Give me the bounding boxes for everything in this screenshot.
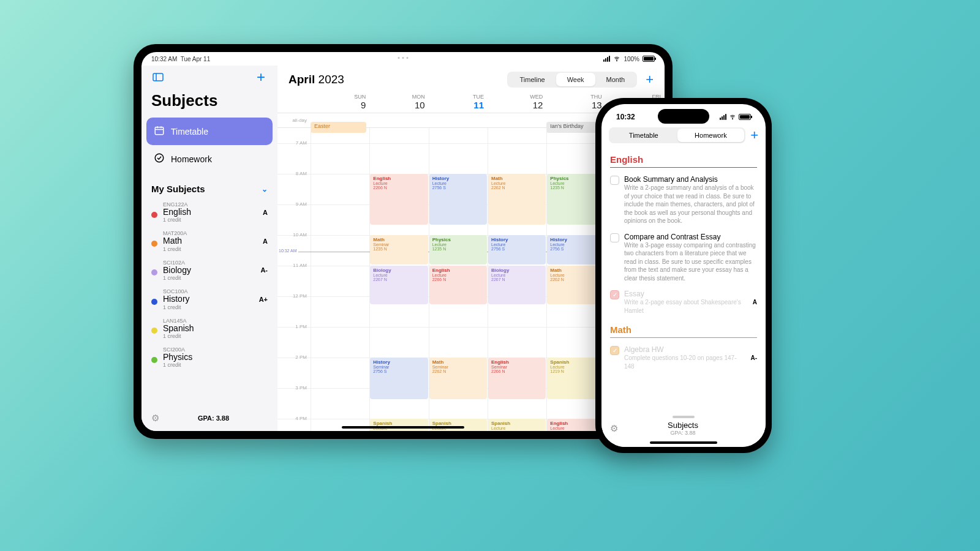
sidebar-toggle-button[interactable] xyxy=(151,70,165,84)
iphone-device: 10:32 TimetableHomework + EnglishBook Su… xyxy=(595,98,772,453)
section-title: English xyxy=(610,148,757,168)
calendar-event[interactable]: PhysicsLecture1235 N xyxy=(429,235,487,264)
calendar-event[interactable]: MathLecture2262 N xyxy=(488,174,546,225)
calendar-event[interactable]: EnglishLecture2266 N xyxy=(429,266,487,304)
gear-icon[interactable]: ⚙ xyxy=(151,413,159,424)
calendar-event[interactable]: MathSeminar1235 N xyxy=(370,235,428,264)
calendar-icon xyxy=(154,125,165,138)
view-segment[interactable]: TimetableHomework xyxy=(609,127,745,143)
subject-grade: A+ xyxy=(259,296,268,303)
calendar-event[interactable]: HistoryLecture2756 S xyxy=(488,235,546,264)
nav-timetable[interactable]: Timetable xyxy=(146,118,273,145)
hour-label: 10 AM xyxy=(277,232,311,238)
checkbox[interactable] xyxy=(610,176,619,185)
hour-label: 4 PM xyxy=(277,416,311,421)
svg-rect-1 xyxy=(153,73,163,81)
hour-label: 1 PM xyxy=(277,324,311,329)
add-event-button[interactable]: + xyxy=(646,72,654,88)
day-header[interactable]: SUN9 xyxy=(311,92,369,113)
ipad-status-bar: 10:32 AM Tue Apr 11 100% xyxy=(141,52,665,66)
subject-item[interactable]: SCI200APhysics1 credit xyxy=(146,343,273,372)
homework-item[interactable]: Algebra HWComplete questions 10-20 on pa… xyxy=(610,342,757,374)
footer-gpa: GPA: 3.88 xyxy=(618,430,748,436)
calendar-event[interactable]: HistoryLecture2756 S xyxy=(429,174,487,225)
segment-week[interactable]: Week xyxy=(556,73,595,86)
now-label: 10:32 AM xyxy=(277,249,298,253)
calendar-event[interactable]: MathSeminar2262 N xyxy=(429,358,487,399)
subject-grade: A- xyxy=(260,266,268,274)
add-button[interactable]: + xyxy=(750,127,758,143)
calendar-event[interactable]: SpanishLecture xyxy=(429,419,487,431)
subject-credit: 1 credit xyxy=(163,362,262,368)
status-time: 10:32 xyxy=(616,113,635,121)
hour-label: 8 AM xyxy=(277,171,311,176)
hour-label: 3 PM xyxy=(277,385,311,391)
battery-icon xyxy=(739,114,751,120)
calendar-event[interactable]: EnglishSeminar2266 N xyxy=(488,358,546,399)
section-title: Math xyxy=(610,318,757,338)
svg-point-7 xyxy=(155,154,164,162)
segment-homework[interactable]: Homework xyxy=(677,129,745,142)
nav-homework[interactable]: Homework xyxy=(146,145,273,173)
day-header[interactable]: THU13 xyxy=(546,92,605,113)
day-header[interactable]: WED12 xyxy=(488,92,546,113)
hour-label: 2 PM xyxy=(277,354,311,360)
calendar-event[interactable]: SpanishLecture xyxy=(370,419,428,431)
subject-credit: 1 credit xyxy=(163,304,254,310)
subject-credit: 1 credit xyxy=(163,333,262,339)
hour-label: 7 AM xyxy=(277,140,311,146)
ipad-device: 10:32 AM Tue Apr 11 100% + xyxy=(134,44,673,439)
homework-item[interactable]: Compare and Contrast EssayWrite a 3-page… xyxy=(610,229,757,287)
calendar-event[interactable]: BiologyLecture2267 N xyxy=(370,266,428,304)
checkbox[interactable] xyxy=(610,346,619,355)
color-dot xyxy=(151,241,157,247)
subject-name: Physics xyxy=(163,353,262,362)
calendar-event[interactable]: HistorySeminar2756 S xyxy=(370,358,428,399)
subjects-header: My Subjects xyxy=(151,184,205,194)
homework-item[interactable]: EssayWrite a 2-page essay about Shakespe… xyxy=(610,286,757,318)
color-dot xyxy=(151,212,157,218)
calendar-event[interactable]: EnglishLecture2266 N xyxy=(370,174,428,225)
add-button[interactable]: + xyxy=(254,70,268,84)
battery-icon xyxy=(643,56,655,62)
homework-item[interactable]: Book Summary and AnalysisWrite a 2-page … xyxy=(610,171,757,229)
checkbox[interactable] xyxy=(610,290,619,299)
homework-title: Essay xyxy=(624,290,748,298)
checkbox[interactable] xyxy=(610,233,619,242)
segment-timetable[interactable]: Timetable xyxy=(610,129,677,142)
home-indicator[interactable] xyxy=(650,441,717,444)
sidebar-title: Subjects xyxy=(146,89,273,118)
chevron-down-icon[interactable]: ⌄ xyxy=(262,185,268,193)
segment-month[interactable]: Month xyxy=(595,73,636,86)
homework-title: Compare and Contrast Essay xyxy=(624,233,757,241)
subject-name: English xyxy=(163,208,257,217)
battery-percent: 100% xyxy=(624,56,639,62)
subject-name: Math xyxy=(163,236,257,246)
home-indicator[interactable] xyxy=(342,426,464,429)
day-header[interactable]: MON10 xyxy=(369,92,428,113)
gear-icon[interactable]: ⚙ xyxy=(610,423,618,434)
calendar-event[interactable]: BiologyLecture2267 N xyxy=(488,266,546,304)
color-dot xyxy=(151,328,157,334)
segment-timeline[interactable]: Timeline xyxy=(508,73,556,86)
subject-item[interactable]: SCI102ABiology1 creditA- xyxy=(146,256,273,285)
hour-label: 11 AM xyxy=(277,263,311,268)
subject-item[interactable]: LAN145ASpanish1 credit xyxy=(146,314,273,343)
homework-title: Algebra HW xyxy=(624,345,745,354)
view-segment[interactable]: TimelineWeekMonth xyxy=(507,72,637,88)
subject-grade: A xyxy=(263,238,268,245)
dynamic-island xyxy=(658,109,709,124)
homework-desc: Write a 2-page summary and analysis of a… xyxy=(624,184,757,225)
subject-item[interactable]: MAT200AMath1 creditA xyxy=(146,227,273,255)
hour-label: 9 AM xyxy=(277,201,311,207)
grab-handle[interactable] xyxy=(673,416,695,418)
calendar-event[interactable]: SpanishLecture xyxy=(488,419,546,431)
day-header[interactable]: TUE11 xyxy=(429,92,488,113)
subject-item[interactable]: SOC100AHistory1 creditA+ xyxy=(146,285,273,313)
subject-item[interactable]: ENG122AEnglish1 creditA xyxy=(146,198,273,227)
homework-grade: A xyxy=(753,299,757,305)
svg-point-8 xyxy=(733,119,733,119)
nav-label: Homework xyxy=(171,154,212,164)
wifi-icon xyxy=(613,56,620,62)
homework-desc: Complete questions 10-20 on pages 147-14… xyxy=(624,354,745,370)
